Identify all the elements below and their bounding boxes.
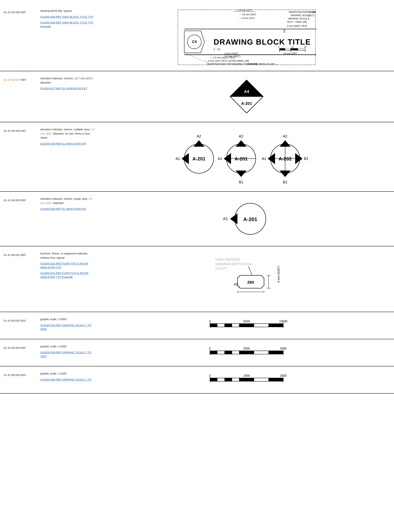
svg-rect-111 — [232, 351, 239, 354]
row-026: 01 42 00-026 REF drawing block title, ty… — [0, 4, 394, 71]
ref-026: 01 42 00-026 REF — [0, 7, 37, 68]
svg-text:5000: 5000 — [243, 320, 250, 323]
page: 01 42 00-026 REF drawing block title, ty… — [0, 0, 394, 397]
svg-text:— 6 mm (1/4") TEXT, EXTRA WIDE: — 6 mm (1/4") TEXT, EXTRA WIDE LINE — [205, 59, 249, 62]
link-031-1[interactable]: 014200-031-REF FURN FIXT & EQUIP INDICAT… — [40, 262, 95, 269]
svg-text:4 mm (5/32"): 4 mm (5/32") — [277, 266, 280, 283]
el-ind-int-single-svg: A1 A-201 — [212, 197, 281, 241]
svg-text:TEXT – FINE LINE: TEXT – FINE LINE — [287, 21, 307, 23]
el-ind-ext-svg: A4 A-201 — [225, 76, 269, 117]
ref-text-029: 01 42 00-029 REF — [4, 199, 26, 202]
ref-029: 01 42 00-029 REF — [0, 195, 37, 243]
drawing-block-title-svg: C4 DRAWING BLOCK TITLE 1 : 10 0 10 — [177, 9, 316, 66]
desc-028: elevation indicator, interior, multiple … — [37, 126, 99, 188]
svg-text:10: 10 — [291, 46, 294, 48]
svg-rect-126 — [239, 378, 254, 381]
desc-text-034: graphic scale, 1:1000 — [40, 372, 95, 376]
desc-029: elevation indicator, interior, single vi… — [37, 195, 99, 243]
desc-orange-029: 9.5 mm (3/8") — [40, 197, 92, 204]
ref-text-027: 01 42 00-027 REF — [4, 78, 26, 81]
svg-text:0: 0 — [209, 374, 211, 377]
svg-rect-12 — [290, 48, 298, 50]
svg-text:1 : 10: 1 : 10 — [214, 48, 220, 51]
svg-marker-75 — [230, 213, 238, 224]
svg-text:C4: C4 — [192, 40, 197, 44]
svg-rect-113 — [254, 351, 269, 354]
svg-rect-13 — [298, 48, 305, 50]
visual-034: 0 1000 2000 — [99, 370, 394, 390]
desc-text-028: elevation indicator, interior, multiple … — [40, 128, 95, 140]
graphic-scale-5000-svg: 0 5000 10000 — [195, 317, 298, 334]
svg-rect-10 — [280, 48, 285, 50]
link-033-1[interactable]: 014200-033-REF GRAPHIC SCALE 1 TO 2000 — [40, 351, 95, 358]
ref-text-033: 01 42 00-033 REF — [4, 346, 26, 349]
svg-text:10000: 10000 — [279, 320, 287, 323]
svg-text:MINIMUM WIDTH 10mm: MINIMUM WIDTH 10mm — [215, 262, 252, 266]
furn-ind-svg: USER DEFINED MINIMUM WIDTH 10mm (13/32")… — [192, 251, 302, 307]
svg-rect-114 — [269, 351, 283, 354]
svg-text:4000: 4000 — [280, 347, 287, 350]
svg-text:A-201: A-201 — [234, 156, 248, 162]
svg-rect-97 — [232, 324, 239, 327]
svg-line-34 — [184, 53, 208, 63]
svg-marker-55 — [236, 140, 247, 147]
visual-031: USER DEFINED MINIMUM WIDTH 10mm (13/32")… — [99, 250, 394, 309]
row-028: 01 42 00-028 REF elevation indicator, in… — [0, 122, 394, 192]
svg-rect-98 — [239, 324, 254, 327]
ref-text-026: 01 42 00-026 REF — [4, 11, 26, 14]
svg-text:A4: A4 — [244, 89, 249, 94]
link-032-1[interactable]: 014200-032-REF GRAPHIC SCALE 1 TO 5000 — [40, 323, 95, 331]
link-031-2[interactable]: 014200-031-REF FURN FIXT & EQUIP INDICAT… — [40, 271, 95, 279]
desc-text-033: graphic scale, 1:2000 — [40, 344, 95, 349]
svg-rect-110 — [225, 351, 232, 354]
svg-rect-96 — [225, 324, 232, 327]
desc-033: graphic scale, 1:2000 014200-033-REF GRA… — [37, 343, 99, 363]
link-029-1[interactable]: 014200-029-REF EL INDICATOR INT — [40, 207, 95, 211]
ref-028: 01 42 00-028 REF — [0, 126, 37, 188]
ref-033: 01 42 00-033 REF — [0, 343, 37, 363]
svg-text:— 16 mm (5/8"): — 16 mm (5/8") — [239, 13, 256, 16]
svg-rect-109 — [217, 351, 225, 354]
svg-text:1000: 1000 — [243, 374, 250, 377]
el-ind-int-multi-svg: A-201 A2 A1 — [173, 128, 320, 186]
svg-text:(13/32"): (13/32") — [215, 266, 227, 270]
svg-rect-99 — [254, 324, 269, 327]
svg-text:B1: B1 — [304, 157, 308, 161]
ref-032: 01 42 00-032 REF — [0, 315, 37, 335]
ref-027: 01 42 00-027 REF — [0, 74, 37, 119]
svg-text:A2: A2 — [283, 134, 287, 138]
svg-text:GRAPHIC SCALE &: GRAPHIC SCALE & — [288, 17, 310, 20]
ref-highlight-027: 01 42 00-027 — [4, 78, 20, 81]
svg-text:2 mm (5/64") TEXT: 2 mm (5/64") TEXT — [287, 25, 307, 27]
svg-text:45°: 45° — [234, 283, 238, 286]
svg-marker-42 — [230, 80, 263, 96]
desc-027: elevation indicator, exterior, 12.7 mm (… — [37, 74, 99, 119]
svg-text:2000: 2000 — [280, 374, 287, 377]
svg-rect-125 — [232, 378, 239, 381]
svg-rect-108 — [210, 351, 217, 354]
svg-rect-112 — [239, 351, 254, 354]
desc-text-032: graphic scale, 1:5000 — [40, 317, 95, 321]
svg-rect-100 — [269, 324, 283, 327]
row-029: 01 42 00-029 REF elevation indicator, in… — [0, 192, 394, 246]
link-027-1[interactable]: 014200-027-REF EL INDICATOR EXT — [40, 86, 95, 90]
svg-text:5/8": 5/8" — [283, 29, 286, 33]
desc-orange-028: 9.5 mm (3/8") — [40, 128, 95, 135]
link-034-1[interactable]: 014200-034-REF GRAPHIC SCALE 1 TO — [40, 378, 95, 382]
svg-text:DRAWING BLOCK TITLE: DRAWING BLOCK TITLE — [214, 38, 311, 46]
svg-text:A-201: A-201 — [243, 216, 257, 222]
desc-026: drawing block title, typical 014200-026-… — [37, 7, 99, 68]
svg-text:A1: A1 — [218, 157, 222, 161]
svg-rect-123 — [217, 378, 225, 381]
svg-text:USER DEFINED: USER DEFINED — [215, 258, 240, 261]
row-027: 01 42 00-027 REF elevation indicator, ex… — [0, 71, 394, 122]
svg-text:0: 0 — [209, 347, 211, 350]
desc-text-029: elevation indicator, interior, single vi… — [40, 197, 95, 205]
link-026-1[interactable]: 014200-026-REF DWG BLOCK TITLE TYP — [40, 15, 95, 19]
svg-rect-95 — [217, 324, 225, 327]
link-026-2[interactable]: 014200-026-REF DWG BLOCK TITLE TYP Examp… — [40, 21, 95, 28]
svg-text:— 13 mm (1/2"): — 13 mm (1/2") — [235, 9, 252, 11]
graphic-scale-1000-svg: 0 1000 2000 — [195, 372, 298, 388]
link-028-1[interactable]: 014200-028-REF EL INDICATOR INT — [40, 142, 95, 146]
svg-text:GRAPHIC SCALE,: GRAPHIC SCALE, — [290, 14, 311, 17]
